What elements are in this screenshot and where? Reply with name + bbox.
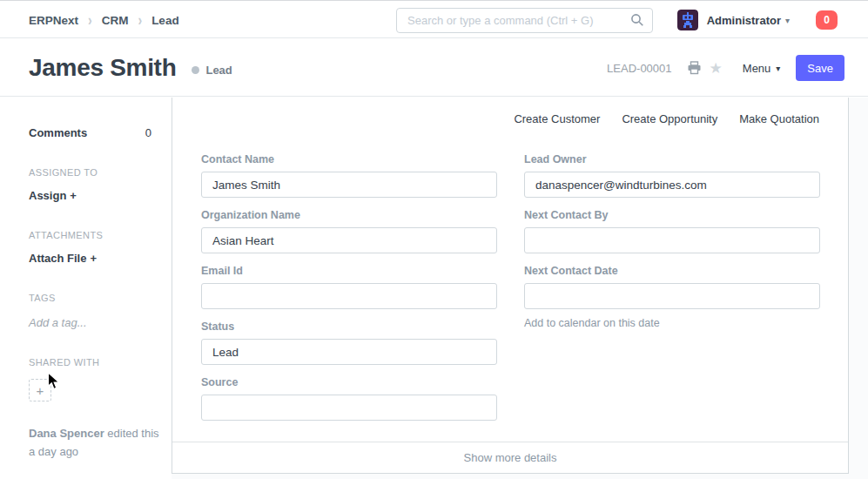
organization-name-label: Organization Name (201, 209, 497, 221)
form-sidebar: Comments 0 ASSIGNED TO Assign+ ATTACHMEN… (0, 98, 172, 479)
plus-icon: + (90, 252, 97, 265)
content-area: Comments 0 ASSIGNED TO Assign+ ATTACHMEN… (0, 98, 868, 479)
page-head-actions: LEAD-00001 ★ Menu ▾ Save (607, 39, 844, 97)
form-column-left: Contact Name Organization Name Email Id … (201, 153, 497, 432)
assign-label: Assign (29, 189, 66, 202)
menu-button-label: Menu (743, 62, 771, 75)
save-button[interactable]: Save (796, 55, 844, 81)
breadcrumb-erpnext[interactable]: ERPNext (29, 14, 78, 27)
form-fields: Contact Name Organization Name Email Id … (172, 125, 848, 432)
status-dot-icon (192, 66, 199, 74)
last-modified-note: Dana Spencer edited this a day ago (29, 425, 159, 462)
lead-owner-label: Lead Owner (524, 153, 820, 165)
field-next-contact-date: Next Contact Date Add to calendar on thi… (524, 265, 820, 329)
breadcrumb-lead[interactable]: Lead (151, 14, 179, 27)
chevron-down-icon[interactable]: ▾ (785, 16, 790, 25)
sidebar-item-comments[interactable]: Comments 0 (29, 126, 151, 139)
global-search (396, 8, 653, 33)
status-indicator: Lead (192, 60, 232, 77)
add-share-button[interactable]: + (29, 379, 51, 401)
status-indicator-label: Lead (205, 64, 232, 77)
comments-count: 0 (145, 126, 151, 139)
chevron-right-icon: › (88, 11, 92, 29)
next-contact-date-label: Next Contact Date (524, 265, 820, 277)
navbar-user-area: Administrator ▾ 0 (677, 1, 838, 39)
form-column-right: Lead Owner Next Contact By Next Contact … (524, 153, 820, 432)
status-select[interactable] (201, 339, 497, 365)
navbar: ERPNext › CRM › Lead (0, 0, 868, 38)
contact-name-label: Contact Name (201, 153, 497, 165)
user-menu[interactable]: Administrator (707, 14, 781, 27)
search-input[interactable] (396, 8, 653, 33)
add-tag-input[interactable]: Add a tag... (29, 316, 154, 329)
attach-file-label: Attach File (29, 252, 86, 265)
field-organization-name: Organization Name (201, 209, 497, 253)
modified-by-name: Dana Spencer (29, 427, 104, 440)
organization-name-input[interactable] (201, 227, 497, 253)
shared-with-heading: SHARED WITH (29, 357, 154, 368)
breadcrumb-crm[interactable]: CRM (102, 14, 129, 27)
attachments-heading: ATTACHMENTS (29, 230, 154, 240)
page-head: James Smith Lead LEAD-00001 ★ Menu ▾ Sav… (0, 39, 868, 97)
next-contact-by-label: Next Contact By (524, 209, 820, 221)
assigned-to-heading: ASSIGNED TO (29, 167, 154, 178)
source-input[interactable] (201, 395, 497, 421)
favorite-star-icon[interactable]: ★ (710, 61, 723, 76)
tags-heading: TAGS (29, 293, 154, 303)
chevron-down-icon: ▾ (776, 64, 780, 73)
create-customer-button[interactable]: Create Customer (514, 112, 600, 125)
menu-button[interactable]: Menu ▾ (743, 62, 781, 75)
email-id-label: Email Id (201, 265, 497, 277)
next-contact-date-help: Add to calendar on this date (524, 317, 820, 329)
doc-id: LEAD-00001 (607, 62, 671, 75)
show-more-details-button[interactable]: Show more details (172, 442, 848, 473)
page-title: James Smith (29, 54, 176, 82)
form-card: Create Customer Create Opportunity Make … (172, 98, 849, 474)
next-contact-by-input[interactable] (524, 227, 820, 253)
create-opportunity-button[interactable]: Create Opportunity (622, 112, 717, 125)
comments-label: Comments (29, 126, 87, 139)
title-area: James Smith Lead (29, 39, 232, 97)
field-status: Status (201, 320, 497, 365)
field-source: Source (201, 376, 497, 421)
assign-button[interactable]: Assign+ (29, 189, 154, 202)
field-email-id: Email Id (201, 265, 497, 309)
field-next-contact-by: Next Contact By (524, 209, 820, 253)
contact-name-input[interactable] (201, 172, 497, 198)
notification-badge[interactable]: 0 (816, 10, 838, 30)
source-label: Source (201, 376, 497, 388)
next-contact-date-input[interactable] (524, 283, 820, 309)
attach-file-button[interactable]: Attach File+ (29, 252, 154, 265)
breadcrumb: ERPNext › CRM › Lead (29, 1, 179, 39)
plus-icon: + (70, 189, 77, 202)
lead-owner-input[interactable] (524, 172, 820, 198)
form-action-links: Create Customer Create Opportunity Make … (172, 98, 848, 125)
make-quotation-button[interactable]: Make Quotation (739, 112, 819, 125)
print-icon[interactable] (687, 61, 702, 75)
email-id-input[interactable] (201, 283, 497, 309)
field-contact-name: Contact Name (201, 153, 497, 198)
field-lead-owner: Lead Owner (524, 153, 820, 198)
status-label: Status (201, 320, 497, 333)
chevron-right-icon: › (138, 11, 142, 29)
user-avatar[interactable] (677, 10, 698, 30)
